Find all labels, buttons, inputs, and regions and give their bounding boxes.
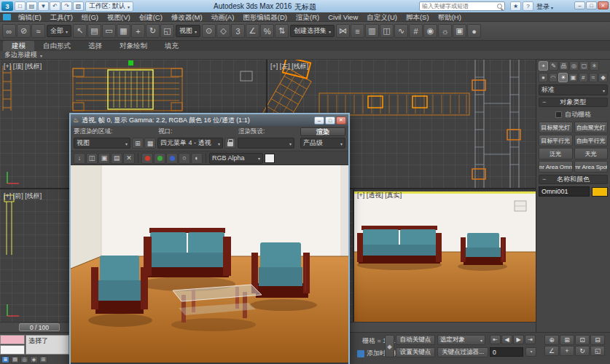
previous-frame-icon[interactable]: ◀: [501, 335, 512, 344]
orbit-icon[interactable]: ↻: [575, 346, 590, 356]
mr-area-omni-button[interactable]: mr Area Omni: [539, 161, 573, 173]
tab-object-paint[interactable]: 对象绘制: [111, 41, 156, 51]
maximize-button[interactable]: □: [586, 1, 597, 9]
clear-image-icon[interactable]: ✕: [123, 153, 135, 164]
menu-item[interactable]: 脚本(S): [402, 12, 434, 22]
tab-selection[interactable]: 选择: [79, 41, 111, 51]
menu-item[interactable]: Civil View: [324, 12, 362, 22]
wireframe-left-structure[interactable]: [3, 66, 11, 111]
selected-object-wireframe[interactable]: [108, 70, 153, 109]
viewport-label-left[interactable]: [+] [左] [线框]: [270, 62, 308, 71]
target-spot-button[interactable]: 目标聚光灯: [539, 122, 573, 133]
menu-item[interactable]: 动画(A): [207, 12, 239, 22]
wireframe-table[interactable]: [73, 68, 182, 111]
lights-category-icon[interactable]: ☀: [558, 73, 568, 82]
close-button[interactable]: ✕: [336, 116, 346, 124]
selected-light-front-view[interactable]: [4, 195, 14, 255]
current-frame-field[interactable]: 0: [490, 347, 523, 357]
time-config-icon[interactable]: ◔: [525, 347, 536, 357]
omni-button[interactable]: 泛光: [539, 148, 573, 159]
maximize-button[interactable]: □: [325, 116, 335, 124]
menu-item[interactable]: 帮助(H): [434, 12, 466, 22]
viewport-label-front[interactable]: [+] [前] [线框]: [4, 191, 42, 201]
menu-item[interactable]: 组(G): [77, 12, 103, 22]
info-center-icon[interactable]: ?: [523, 1, 533, 11]
menu-item[interactable]: 工具(T): [46, 12, 77, 22]
motion-tab-icon[interactable]: ◎: [569, 61, 579, 71]
snap-toggle-icon[interactable]: 3: [231, 24, 245, 38]
key-filter-dropdown[interactable]: 选定对象: [437, 335, 485, 345]
search-icon[interactable]: [497, 4, 502, 9]
utilities-tab-icon[interactable]: ✳: [590, 61, 599, 71]
object-name-field[interactable]: Omni001: [539, 186, 590, 197]
undo-icon[interactable]: ↶: [50, 1, 60, 11]
status-panel-toggle-icon[interactable]: ▤: [11, 356, 19, 363]
light-type-dropdown[interactable]: 标准: [539, 84, 608, 95]
alpha-channel-icon[interactable]: ○: [179, 153, 190, 164]
zoom-extents-icon[interactable]: ⊡: [575, 335, 590, 345]
render-production-icon[interactable]: ●: [467, 24, 481, 38]
save-file-icon[interactable]: ▼: [38, 1, 49, 11]
select-object-icon[interactable]: ↖: [73, 24, 87, 38]
select-and-move-icon[interactable]: +: [131, 24, 145, 38]
viewport-label-top[interactable]: [+] [顶] [线框]: [4, 62, 42, 71]
search-box[interactable]: [419, 1, 505, 11]
layer-manager-icon[interactable]: ▥: [365, 24, 379, 38]
isolate-selection-icon[interactable]: ◎: [20, 356, 28, 363]
tab-modeling[interactable]: 建模: [3, 41, 34, 51]
zoom-extents-all-icon[interactable]: ⊟: [590, 335, 605, 345]
blue-channel-icon[interactable]: [166, 153, 178, 164]
wireframe-columns[interactable]: [475, 60, 519, 189]
max-menu-icon[interactable]: [3, 14, 11, 20]
select-by-name-icon[interactable]: ▤: [87, 24, 101, 38]
rendered-image[interactable]: [71, 165, 348, 364]
grid-toggle-icon[interactable]: ⊞: [39, 356, 47, 363]
mirror-icon[interactable]: ⋈: [336, 24, 350, 38]
window-crossing-icon[interactable]: ▦: [117, 24, 130, 38]
key-filters-button[interactable]: 关键点过滤器...: [437, 347, 488, 357]
fov-icon[interactable]: ∠: [544, 346, 559, 356]
menu-item[interactable]: 视图(V): [103, 12, 135, 22]
maxscript-mini-listener-icon[interactable]: ≣: [1, 356, 9, 363]
open-file-icon[interactable]: ▤: [26, 1, 37, 11]
workspace-dropdown[interactable]: 工作区: 默认: [85, 1, 133, 12]
auto-region-icon[interactable]: ▦: [144, 138, 156, 149]
percent-snap-icon[interactable]: %: [260, 24, 274, 38]
name-color-rollout[interactable]: 名称和颜色: [539, 175, 608, 184]
go-to-start-icon[interactable]: ⇤: [490, 335, 501, 344]
render-mode-dropdown[interactable]: 产品级: [300, 138, 345, 149]
close-button[interactable]: ✕: [598, 1, 609, 9]
select-and-link-icon[interactable]: ∞: [2, 24, 16, 38]
maxscript-listener-field[interactable]: [0, 345, 25, 355]
background-color-swatch[interactable]: [265, 154, 275, 163]
set-key-toggle-button[interactable]: ◆: [385, 335, 394, 357]
cameras-category-icon[interactable]: ▣: [568, 73, 578, 82]
rectangular-selection-icon[interactable]: ▭: [102, 24, 116, 38]
sign-in-menu[interactable]: 登录: [536, 2, 553, 12]
3ds-max-logo-icon[interactable]: 3: [1, 1, 13, 11]
menu-item[interactable]: 渲染(R): [292, 12, 324, 22]
render-viewport-dropdown[interactable]: 四元菜单 4 - 透视: [157, 138, 223, 149]
object-color-swatch[interactable]: [592, 187, 608, 197]
project-folder-icon[interactable]: ▧: [73, 1, 84, 11]
tab-populate[interactable]: 填充: [156, 41, 187, 51]
hierarchy-tab-icon[interactable]: 品: [559, 61, 568, 71]
menu-item[interactable]: 图形编辑器(D): [238, 12, 292, 22]
spinner-snap-icon[interactable]: ⇅: [275, 24, 289, 38]
select-and-manipulate-icon[interactable]: ◇: [216, 24, 230, 38]
render-setup-icon[interactable]: ☼: [438, 24, 452, 38]
time-slider[interactable]: 0 / 100: [19, 323, 60, 331]
menu-item[interactable]: 编辑(E): [14, 12, 46, 22]
viewport-label-perspective[interactable]: [+] [透视] [真实]: [357, 191, 402, 200]
rendered-frame-icon[interactable]: ▣: [453, 24, 466, 38]
display-tab-icon[interactable]: ▢: [579, 61, 589, 71]
render-preset-dropdown[interactable]: [238, 138, 294, 149]
material-editor-icon[interactable]: ◉: [423, 24, 437, 38]
menu-item[interactable]: 自定义(U): [362, 12, 402, 22]
menu-item[interactable]: 创建(C): [135, 12, 167, 22]
set-key-button[interactable]: 设置关键点: [396, 347, 435, 357]
copy-image-icon[interactable]: ◫: [86, 153, 98, 164]
schematic-view-icon[interactable]: #: [409, 24, 423, 38]
helpers-category-icon[interactable]: #: [579, 73, 588, 82]
select-and-rotate-icon[interactable]: ↻: [146, 24, 160, 38]
